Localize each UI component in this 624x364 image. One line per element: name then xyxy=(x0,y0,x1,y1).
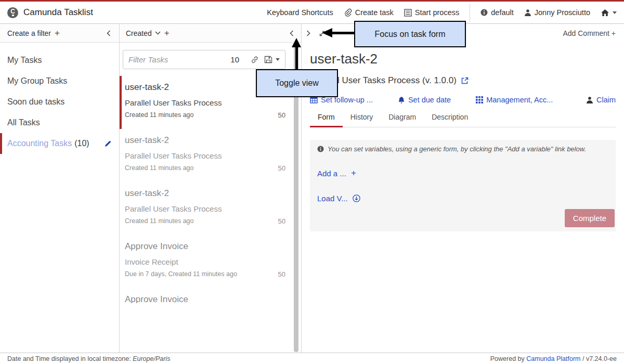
task-name: user-task-2 xyxy=(125,135,285,146)
complete-button[interactable]: Complete xyxy=(565,209,615,227)
logo-letter: C xyxy=(10,9,15,14)
collapse-task-list-icon[interactable] xyxy=(289,30,295,37)
save-filter-icon[interactable] xyxy=(264,56,272,63)
filter-label: My Tasks xyxy=(7,56,42,65)
create-task-button[interactable]: Create task xyxy=(344,8,394,17)
copy-link-icon[interactable] xyxy=(251,56,259,64)
user-name: Jonny Prosciutto xyxy=(535,8,590,17)
external-link-icon[interactable] xyxy=(461,76,469,85)
task-row[interactable]: Approve Invoice Invoice Receipt Due in 7… xyxy=(120,235,301,288)
groups-label: Management, Acc... xyxy=(486,96,553,104)
task-detail-content: user-task-2 Parallel User Tasks Process … xyxy=(302,51,624,231)
set-due-date-button[interactable]: Set due date xyxy=(398,96,451,104)
powered-by-note: Powered by Camunda Platform / v7.24.0-ee xyxy=(490,355,617,362)
task-detail-panel: Add Comment + user-task-2 Parallel User … xyxy=(302,24,624,353)
app-header: C Camunda Tasklist Keyboard Shortcuts Cr… xyxy=(0,2,624,24)
annotation-toggle-view: Toggle view xyxy=(256,69,338,97)
process-form-icon xyxy=(404,9,412,17)
caret-down-icon xyxy=(613,11,617,14)
annotation-focus-on-task-form: Focus on task form xyxy=(354,21,466,47)
annotation-arrowhead-up xyxy=(292,38,301,47)
sort-label: Created xyxy=(126,29,152,37)
filter-label: My Group Tasks xyxy=(7,76,67,86)
detail-tabs: Form History Diagram Description xyxy=(310,113,616,127)
search-input[interactable] xyxy=(128,55,230,64)
task-row[interactable]: user-task-2 Parallel User Tasks Process … xyxy=(120,182,301,235)
save-caret-down-icon[interactable] xyxy=(276,58,280,61)
set-due-date-label: Set due date xyxy=(408,96,451,104)
home-menu[interactable] xyxy=(601,9,617,17)
filter-label: Soon due tasks xyxy=(7,97,64,107)
filter-item-my-group-tasks[interactable]: My Group Tasks xyxy=(0,71,119,92)
tab-form[interactable]: Form xyxy=(310,113,343,127)
app-title: Camunda Tasklist xyxy=(23,7,93,18)
create-filter-button[interactable]: Create a filter xyxy=(7,29,51,37)
create-filter-plus-icon[interactable]: + xyxy=(55,28,60,38)
paperclip-icon xyxy=(344,8,352,17)
grid-icon xyxy=(476,96,483,103)
task-row[interactable]: Approve Invoice Invoice Receipt Due in 7… xyxy=(120,288,301,303)
collapse-sidebar-icon[interactable] xyxy=(106,30,112,37)
add-sorting-plus-icon[interactable]: + xyxy=(164,28,170,38)
add-variable-label: Add a ... xyxy=(317,169,346,178)
task-process: Parallel User Tasks Process xyxy=(125,204,285,213)
annotation-arrowhead-left xyxy=(322,28,332,37)
create-task-label: Create task xyxy=(355,8,394,17)
edit-filter-pencil-icon[interactable] xyxy=(104,140,112,148)
annotation-arrow-shaft-vertical xyxy=(295,46,298,70)
info-circle-icon xyxy=(317,146,324,152)
annotation-text: Toggle view xyxy=(275,79,319,88)
task-list: user-task-2 Parallel User Tasks Process … xyxy=(120,76,301,303)
add-comment-plus-icon: + xyxy=(612,29,616,37)
timezone-value: Europe/Paris xyxy=(133,355,170,362)
timezone-label: Date and Time displayed in local timezon… xyxy=(7,355,131,362)
chevron-down-icon xyxy=(155,31,161,35)
home-icon xyxy=(601,9,609,17)
task-search-box: 10 xyxy=(123,50,285,69)
process-definition-line: Parallel User Tasks Process (v. 1.0.0) xyxy=(310,75,616,86)
filter-label: Accounting Tasks xyxy=(7,139,72,148)
task-row[interactable]: user-task-2 Parallel User Tasks Process … xyxy=(120,129,301,182)
camunda-tasklist-app: C Camunda Tasklist Keyboard Shortcuts Cr… xyxy=(0,0,624,364)
filter-list: My Tasks My Group Tasks Soon due tasks A… xyxy=(0,43,119,154)
start-process-button[interactable]: Start process xyxy=(404,8,459,17)
timezone-note: Date and Time displayed in local timezon… xyxy=(7,355,170,362)
task-action-bar: Set follow-up ... Set due date Managemen… xyxy=(310,96,616,104)
tab-history[interactable]: History xyxy=(343,113,381,127)
task-name: Approve Invoice xyxy=(125,241,285,252)
bell-icon xyxy=(398,96,405,104)
header-nav: Keyboard Shortcuts Create task Start pro… xyxy=(267,4,617,21)
task-priority: 50 xyxy=(278,217,285,225)
tab-diagram[interactable]: Diagram xyxy=(381,113,424,127)
add-variable-link[interactable]: Add a ... + xyxy=(317,168,356,178)
engine-selector[interactable]: default xyxy=(480,8,514,17)
add-comment-button[interactable]: Add Comment + xyxy=(563,29,616,37)
add-variable-plus-icon: + xyxy=(351,168,356,178)
keyboard-shortcuts-link[interactable]: Keyboard Shortcuts xyxy=(267,8,333,17)
filter-count: (10) xyxy=(74,139,89,148)
user-icon xyxy=(524,9,531,17)
camunda-logo-icon: C xyxy=(7,7,18,18)
filters-header: Create a filter + xyxy=(0,24,119,43)
filters-sidebar: Create a filter + My Tasks My Group Task… xyxy=(0,24,120,353)
form-info-note: You can set variables, using a generic f… xyxy=(317,145,608,153)
expand-panel-chevron-icon[interactable] xyxy=(305,30,311,37)
engine-name: default xyxy=(491,8,514,17)
filter-item-all-tasks[interactable]: All Tasks xyxy=(0,112,119,133)
task-process: Parallel User Tasks Process xyxy=(125,98,285,107)
filter-item-soon-due-tasks[interactable]: Soon due tasks xyxy=(0,92,119,112)
task-meta: Created 11 minutes ago xyxy=(125,217,194,225)
user-menu[interactable]: Jonny Prosciutto xyxy=(524,8,590,17)
camunda-platform-link[interactable]: Camunda Platform xyxy=(526,355,580,362)
filter-item-accounting-tasks[interactable]: Accounting Tasks (10) xyxy=(0,133,119,154)
load-variables-link[interactable]: Load V... xyxy=(317,194,360,203)
claim-label: Claim xyxy=(596,96,616,104)
task-priority: 50 xyxy=(278,164,285,172)
filter-item-my-tasks[interactable]: My Tasks xyxy=(0,50,119,71)
status-footer: Date and Time displayed in local timezon… xyxy=(0,353,624,364)
claim-button[interactable]: Claim xyxy=(586,96,616,104)
sort-dropdown[interactable]: Created xyxy=(126,29,161,37)
tab-description[interactable]: Description xyxy=(424,113,476,127)
groups-button[interactable]: Management, Acc... xyxy=(476,96,553,104)
task-title: user-task-2 xyxy=(310,51,616,67)
